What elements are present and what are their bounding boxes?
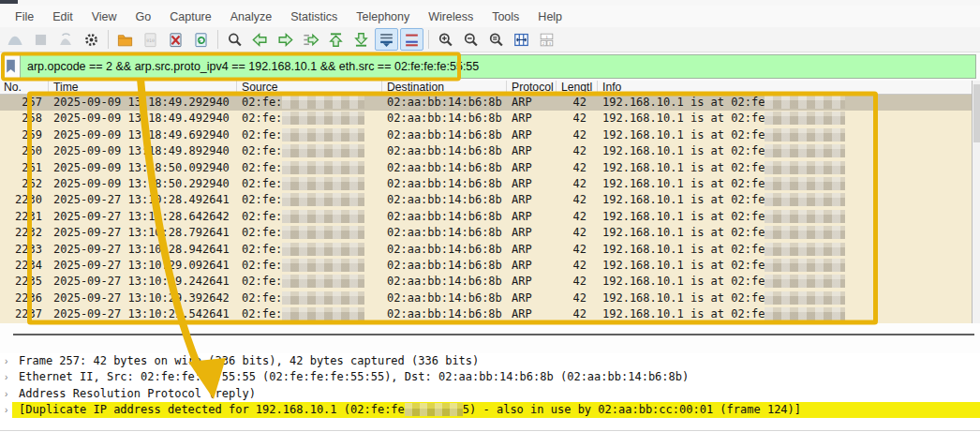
menu-capture[interactable]: Capture [160, 8, 220, 25]
colorize-icon[interactable] [400, 28, 423, 51]
redacted-info [765, 226, 845, 239]
restart-capture-icon[interactable] [54, 28, 78, 51]
filter-bookmark-icon[interactable] [3, 55, 19, 78]
capture-options-icon[interactable] [80, 28, 103, 51]
close-file-icon[interactable] [164, 28, 187, 51]
duplicate-ip-warning-line[interactable]: ›[Duplicate IP address detected for 192.… [0, 402, 980, 418]
redacted-source [282, 291, 364, 305]
column-header-no[interactable]: No. [0, 81, 49, 94]
menu-view[interactable]: View [82, 8, 126, 25]
resize-columns-icon[interactable] [510, 28, 533, 51]
redacted-info [765, 128, 845, 142]
menu-wireless[interactable]: Wireless [419, 8, 483, 25]
detail-line-1[interactable]: ›Frame 257: 42 bytes on wire (336 bits),… [0, 353, 980, 369]
packet-row-257[interactable]: 2572025-09-09 13:18:49.29294002:fe:02:aa… [0, 95, 972, 111]
packet-row-2230[interactable]: 22302025-09-27 13:10:28.49264102:fe:02:a… [0, 192, 972, 208]
filter-bar: arp.opcode == 2 && arp.src.proto_ipv4 ==… [0, 52, 980, 81]
bottom-border [0, 430, 980, 431]
packet-row-261[interactable]: 2612025-09-09 13:18:50.09294002:fe:02:aa… [0, 160, 972, 176]
zoom-reset-icon[interactable] [484, 28, 508, 51]
detail-line-3[interactable]: ›Address Resolution Protocol (reply) [0, 386, 980, 402]
display-filter-input[interactable]: arp.opcode == 2 && arp.src.proto_ipv4 ==… [20, 54, 976, 79]
expander-icon[interactable]: › [5, 402, 7, 418]
go-to-packet-icon[interactable] [299, 28, 322, 51]
find-packet-icon[interactable] [223, 28, 246, 51]
toolbar-separator [108, 30, 109, 49]
splitter-line [13, 334, 974, 335]
redacted-info [765, 275, 845, 288]
menu-telephony[interactable]: Telephony [347, 8, 419, 25]
go-forward-icon[interactable] [274, 28, 297, 51]
expander-icon[interactable]: › [5, 369, 7, 385]
column-header-lengtl[interactable]: Lengtl [557, 81, 598, 94]
redacted-info [765, 96, 845, 109]
packet-row-262[interactable]: 2622025-09-09 13:18:50.29294002:fe:02:aa… [0, 176, 972, 192]
column-header-time[interactable]: Time [49, 81, 237, 94]
auto-scroll-icon[interactable] [375, 28, 398, 51]
redacted-source [282, 243, 364, 256]
menu-tools[interactable]: Tools [483, 8, 528, 25]
packet-details-pane: ›Frame 257: 42 bytes on wire (336 bits),… [0, 353, 980, 432]
column-header-protocol[interactable]: Protocol [507, 81, 557, 94]
redacted-source [282, 177, 364, 190]
packet-row-2231[interactable]: 22312025-09-27 13:10:28.64264202:fe:02:a… [0, 209, 972, 225]
packet-list[interactable]: 2572025-09-09 13:18:49.29294002:fe:02:aa… [0, 95, 972, 323]
packet-list-scrollbar[interactable] [972, 81, 980, 323]
scrollbar-thumb[interactable] [973, 84, 980, 142]
redacted-info [765, 210, 845, 223]
redacted-source [282, 96, 364, 109]
redacted-mac [405, 403, 463, 416]
column-header-info[interactable]: Info [598, 81, 972, 94]
reload-file-icon[interactable] [189, 28, 213, 51]
column-header-destination[interactable]: Destination [382, 81, 507, 94]
zoom-out-icon[interactable] [459, 28, 483, 51]
redacted-info [765, 291, 845, 305]
redacted-source [282, 112, 364, 125]
packet-row-2237[interactable]: 22372025-09-27 13:10:29.54264102:fe:02:a… [0, 306, 972, 322]
redacted-info [765, 144, 845, 157]
toolbar-separator [217, 30, 218, 49]
packet-row-260[interactable]: 2602025-09-09 13:18:49.89294002:fe:02:aa… [0, 143, 972, 159]
redacted-source [282, 307, 364, 320]
open-file-icon[interactable] [113, 28, 137, 51]
column-header-source[interactable]: Source [237, 81, 382, 94]
redacted-info [765, 259, 845, 272]
packet-row-258[interactable]: 2582025-09-09 13:18:49.49294002:fe:02:aa… [0, 111, 972, 127]
menu-bar: FileEditViewGoCaptureAnalyzeStatisticsTe… [0, 6, 980, 27]
detail-line-2[interactable]: ›Ethernet II, Src: 02:fe:fe:fe:55:55 (02… [0, 369, 980, 385]
redacted-source [282, 128, 364, 142]
redacted-info [765, 307, 845, 320]
toolbar-separator [428, 30, 429, 49]
packet-row-2232[interactable]: 22322025-09-27 13:10:28.79264102:fe:02:a… [0, 225, 972, 241]
packet-list-header: No.TimeSourceDestinationProtocolLengtlIn… [0, 81, 972, 95]
svg-text:2: 2 [542, 40, 544, 45]
go-back-icon[interactable] [248, 28, 272, 51]
redacted-info [765, 243, 845, 256]
redacted-info [765, 112, 845, 125]
menu-analyze[interactable]: Analyze [221, 8, 281, 25]
window-fragment [0, 0, 18, 4]
menu-file[interactable]: File [6, 8, 43, 25]
packet-row-2236[interactable]: 22362025-09-27 13:10:29.39264202:fe:02:a… [0, 290, 972, 306]
menu-statistics[interactable]: Statistics [281, 8, 347, 25]
stop-capture-icon[interactable] [29, 28, 52, 51]
save-file-icon[interactable]: 010 [139, 28, 162, 51]
go-to-top-icon[interactable] [324, 28, 348, 51]
packet-row-2235[interactable]: 22352025-09-27 13:10:29.24264102:fe:02:a… [0, 274, 972, 290]
packet-row-259[interactable]: 2592025-09-09 13:18:49.69294002:fe:02:aa… [0, 127, 972, 143]
menu-edit[interactable]: Edit [43, 8, 82, 25]
packet-row-2233[interactable]: 22332025-09-27 13:10:28.94264102:fe:02:a… [0, 242, 972, 258]
main-toolbar: 010123 [0, 27, 980, 52]
redacted-info [765, 161, 845, 174]
pane-splitter[interactable] [0, 323, 980, 353]
menu-help[interactable]: Help [528, 8, 572, 25]
layout-123-icon[interactable]: 123 [535, 28, 558, 51]
expander-icon[interactable]: › [5, 386, 7, 402]
svg-text:1: 1 [545, 34, 547, 38]
menu-go[interactable]: Go [126, 8, 161, 25]
start-capture-icon[interactable] [4, 28, 27, 51]
zoom-in-icon[interactable] [434, 28, 457, 51]
go-to-bottom-icon[interactable] [349, 28, 373, 51]
packet-row-2234[interactable]: 22342025-09-27 13:10:29.09264102:fe:02:a… [0, 258, 972, 274]
expander-icon[interactable]: › [5, 353, 7, 369]
